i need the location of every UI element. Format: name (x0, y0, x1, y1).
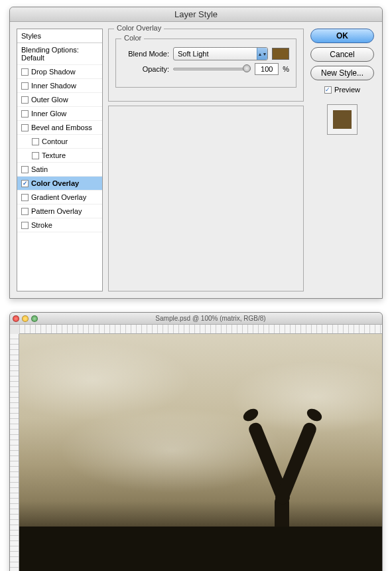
slider-thumb[interactable] (243, 64, 251, 72)
svg-point-6 (305, 406, 324, 424)
checkbox-bevel-emboss[interactable] (21, 124, 29, 131)
slider-track (173, 68, 251, 70)
image-foreground (19, 527, 382, 571)
new-style-button[interactable]: New Style... (310, 66, 374, 80)
ok-button[interactable]: OK (310, 29, 374, 43)
preview-color (333, 110, 352, 129)
options-panel: Color Overlay Color Blend Mode: Soft Lig… (108, 29, 304, 291)
chevron-updown-icon: ▲▼ (257, 48, 267, 60)
blend-mode-select[interactable]: Soft Light ▲▼ (173, 47, 268, 60)
label: Texture (42, 151, 66, 159)
styles-sidebar: Styles Blending Options: Default Drop Sh… (17, 29, 103, 291)
zoom-icon[interactable] (31, 315, 38, 322)
sidebar-item-pattern-overlay[interactable]: Pattern Overlay (17, 204, 102, 218)
label: Drop Shadow (31, 68, 76, 76)
group-title: Color Overlay (114, 24, 164, 32)
sidebar-item-inner-shadow[interactable]: Inner Shadow (17, 79, 102, 93)
checkbox-preview[interactable] (324, 86, 332, 94)
sidebar-item-bevel-emboss[interactable]: Bevel and Emboss (17, 121, 102, 135)
sidebar-item-color-overlay[interactable]: Color Overlay (17, 177, 102, 191)
ruler-vertical[interactable] (10, 334, 19, 571)
checkbox-inner-glow[interactable] (21, 110, 29, 118)
checkbox-outer-glow[interactable] (21, 96, 29, 104)
checkbox-drop-shadow[interactable] (21, 68, 29, 76)
blend-mode-value: Soft Light (178, 50, 208, 58)
opacity-label: Opacity: (123, 65, 169, 73)
dialog-buttons: OK Cancel New Style... Preview (309, 29, 375, 291)
checkbox-stroke[interactable] (21, 222, 29, 229)
dialog-title: Layer Style (10, 7, 382, 22)
preview-swatch (327, 104, 358, 135)
preview-toggle[interactable]: Preview (324, 86, 360, 94)
document-titlebar: Sample.psd @ 100% (matrix, RGB/8) (10, 313, 382, 325)
color-subgroup: Color Blend Mode: Soft Light ▲▼ Opacity: (115, 39, 296, 88)
preview-label: Preview (334, 86, 360, 94)
opacity-input[interactable] (255, 63, 279, 75)
color-overlay-group: Color Overlay Color Blend Mode: Soft Lig… (108, 29, 304, 102)
svg-point-5 (241, 406, 261, 424)
ruler-horizontal[interactable] (19, 325, 382, 334)
layer-style-dialog: Layer Style Styles Blending Options: Def… (9, 7, 383, 299)
checkbox-contour[interactable] (32, 138, 39, 145)
subgroup-title: Color (121, 34, 144, 42)
document-window: Sample.psd @ 100% (matrix, RGB/8) (9, 312, 383, 571)
blend-mode-label: Blend Mode: (123, 50, 169, 58)
sidebar-header-styles[interactable]: Styles (17, 29, 102, 43)
canvas[interactable] (19, 334, 382, 571)
checkbox-inner-shadow[interactable] (21, 82, 29, 90)
color-swatch[interactable] (272, 48, 289, 60)
sidebar-item-outer-glow[interactable]: Outer Glow (17, 93, 102, 107)
sidebar-item-contour[interactable]: Contour (17, 135, 102, 149)
close-icon[interactable] (13, 315, 19, 322)
document-title: Sample.psd @ 100% (matrix, RGB/8) (42, 315, 379, 322)
window-controls (13, 315, 38, 322)
label: Gradient Overlay (31, 193, 86, 201)
sidebar-blending-options[interactable]: Blending Options: Default (17, 43, 102, 65)
sidebar-item-gradient-overlay[interactable]: Gradient Overlay (17, 191, 102, 204)
svg-rect-4 (273, 421, 318, 506)
label: Color Overlay (31, 179, 79, 187)
label: Contour (42, 137, 68, 145)
checkbox-pattern-overlay[interactable] (21, 208, 29, 215)
label: Satin (31, 165, 48, 173)
sidebar-item-inner-glow[interactable]: Inner Glow (17, 107, 102, 121)
label: Inner Shadow (31, 82, 76, 90)
checkbox-satin[interactable] (21, 166, 29, 173)
label: Pattern Overlay (31, 207, 82, 215)
label: Inner Glow (31, 110, 66, 118)
sidebar-item-texture[interactable]: Texture (17, 149, 102, 163)
panel-spacer (108, 106, 304, 291)
cancel-button[interactable]: Cancel (310, 47, 374, 62)
sidebar-item-satin[interactable]: Satin (17, 163, 102, 177)
label: Stroke (31, 221, 52, 229)
sidebar-item-drop-shadow[interactable]: Drop Shadow (17, 65, 102, 79)
checkbox-texture[interactable] (32, 152, 39, 159)
minimize-icon[interactable] (22, 315, 29, 322)
figure-silhouette (223, 394, 342, 546)
label: Bevel and Emboss (31, 123, 92, 131)
checkbox-gradient-overlay[interactable] (21, 194, 29, 201)
opacity-unit: % (283, 65, 289, 73)
checkbox-color-overlay[interactable] (21, 180, 29, 187)
label: Outer Glow (31, 96, 68, 104)
opacity-slider[interactable] (173, 64, 251, 74)
sidebar-item-stroke[interactable]: Stroke (17, 218, 102, 232)
